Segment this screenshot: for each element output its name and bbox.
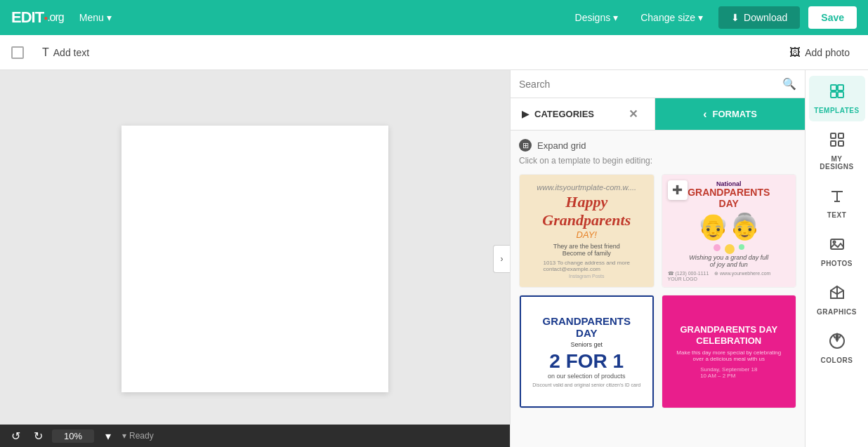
select-all-checkbox[interactable] [11,46,24,59]
photos-icon [829,236,846,257]
filter-bar: ▶ CATEGORIES ✕ ‹ FORMATS [511,98,805,131]
svg-rect-7 [839,141,843,146]
colors-icon [829,333,846,354]
graphics-label: GRAPHICS [817,308,857,316]
categories-button[interactable]: ▶ CATEGORIES ✕ [511,98,655,130]
svg-rect-5 [839,133,843,138]
svg-rect-3 [838,92,843,98]
change-size-chevron-icon: ▾ [698,12,703,23]
status-text: Ready [129,431,154,441]
svg-line-15 [834,335,835,338]
main-content: › ↺ ↻ 10% ▾ ▾ Ready 🔍 ▶ CATEGORIES ✕ [0,70,868,447]
add-photo-button[interactable]: 🖼 Add photo [782,42,857,63]
photo-icon: 🖼 [789,46,801,59]
add-text-button[interactable]: T Add text [35,42,96,63]
toolbar: T Add text 🖼 Add photo [0,35,868,70]
panel-toggle-button[interactable]: › [493,245,510,273]
zoom-display[interactable]: 10% [52,429,94,443]
templates-grid: www.itsyourtmplate-com.w.... HappyGrandp… [519,174,796,408]
template-card[interactable]: www.itsyourtmplate-com.w.... HappyGrandp… [519,174,655,288]
photos-label: PHOTOS [821,260,853,267]
categories-close-icon[interactable]: ✕ [623,107,643,121]
canvas-bottom-bar: ↺ ↻ 10% ▾ ▾ Ready [0,425,510,447]
chevron-right-icon: › [501,254,504,264]
text-icon: T [42,46,49,59]
text-label: TEXT [827,211,847,219]
svg-rect-4 [831,133,836,138]
templates-icon [829,83,846,104]
logo-edit: EDIT [11,8,44,27]
expand-grid-icon: ⊞ [519,139,532,152]
formats-button[interactable]: ‹ FORMATS [655,98,805,130]
menu-chevron-icon: ▾ [107,12,112,23]
redo-button[interactable]: ↻ [29,427,46,444]
sidebar-item-photos[interactable]: PHOTOS [809,229,865,274]
chevron-down-icon: ▾ [122,431,126,441]
svg-rect-2 [831,92,836,98]
formats-label: FORMATS [713,109,757,119]
graphics-icon [829,284,846,305]
template-preview-2: ✚ National GRANDPARENTSDAY 👴👵 Wishing yo… [662,175,796,287]
sidebar-item-my-designs[interactable]: MY DESIGNS [809,124,865,178]
status-badge: ▾ Ready [122,431,154,441]
expand-grid-label: Expand grid [537,140,586,151]
sidebar-item-text[interactable]: TEXT [809,180,865,226]
text-icon [829,187,846,208]
designs-label: Designs [575,12,611,23]
categories-label: CATEGORIES [534,109,594,119]
undo-button[interactable]: ↺ [7,427,24,444]
add-photo-label: Add photo [805,47,850,58]
designs-chevron-icon: ▾ [613,12,618,23]
template-preview-3: GRANDPARENTSDAY Seniors get 2 FOR 1 on o… [520,295,654,408]
download-icon: ⬇ [731,12,739,23]
search-input[interactable] [519,79,777,90]
logo: EDIT●.org [11,8,64,27]
svg-rect-0 [831,85,836,91]
save-label: Save [821,12,844,23]
templates-label: TEMPLATES [814,107,859,114]
my-designs-label: MY DESIGNS [815,155,860,171]
add-text-label: Add text [53,47,89,58]
svg-rect-1 [838,85,843,91]
add-to-design-icon[interactable]: ✚ [668,180,688,200]
zoom-dropdown-button[interactable]: ▾ [100,427,117,444]
template-card[interactable]: GRANDPARENTS DAYCELEBRATION Make this da… [662,295,797,408]
svg-line-16 [839,335,841,338]
templates-panel: 🔍 ▶ CATEGORIES ✕ ‹ FORMATS ⊞ Expand grid… [510,70,805,447]
menu-label: Menu [79,12,104,23]
colors-label: COLORS [821,356,853,364]
navbar: EDIT●.org Menu ▾ Designs ▾ Change size ▾… [0,0,868,35]
menu-button[interactable]: Menu ▾ [72,8,119,27]
save-button[interactable]: Save [808,6,857,29]
svg-rect-6 [831,141,836,146]
triangle-icon: ▶ [522,109,529,119]
canvas-paper[interactable] [121,126,388,392]
search-bar: 🔍 [511,70,805,98]
formats-arrow-icon: ‹ [703,108,706,121]
templates-content: ⊞ Expand grid Click on a template to beg… [511,131,805,447]
sidebar-item-colors[interactable]: COLORS [809,326,865,371]
logo-org: .org [47,11,64,24]
download-button[interactable]: ⬇ Download [718,6,800,29]
click-hint: Click on a template to begin editing: [519,156,796,166]
sidebar-item-graphics[interactable]: GRAPHICS [809,277,865,323]
download-label: Download [744,12,787,23]
sidebar-item-templates[interactable]: TEMPLATES [809,76,865,121]
template-preview-1: www.itsyourtmplate-com.w.... HappyGrandp… [520,175,654,287]
icon-panel: TEMPLATES MY DESIGNS TEXT [805,70,868,447]
template-card[interactable]: ✚ National GRANDPARENTSDAY 👴👵 Wishing yo… [662,174,797,288]
canvas-area: › ↺ ↻ 10% ▾ ▾ Ready [0,70,510,447]
expand-grid-row[interactable]: ⊞ Expand grid [519,139,796,152]
svg-point-12 [833,241,835,243]
search-icon: 🔍 [782,77,796,91]
template-card[interactable]: GRANDPARENTSDAY Seniors get 2 FOR 1 on o… [519,295,655,408]
template-preview-4: GRANDPARENTS DAYCELEBRATION Make this da… [662,295,796,408]
change-size-button[interactable]: Change size ▾ [633,8,710,27]
change-size-label: Change size [640,12,695,23]
my-designs-icon [829,131,846,152]
designs-button[interactable]: Designs ▾ [568,8,626,27]
